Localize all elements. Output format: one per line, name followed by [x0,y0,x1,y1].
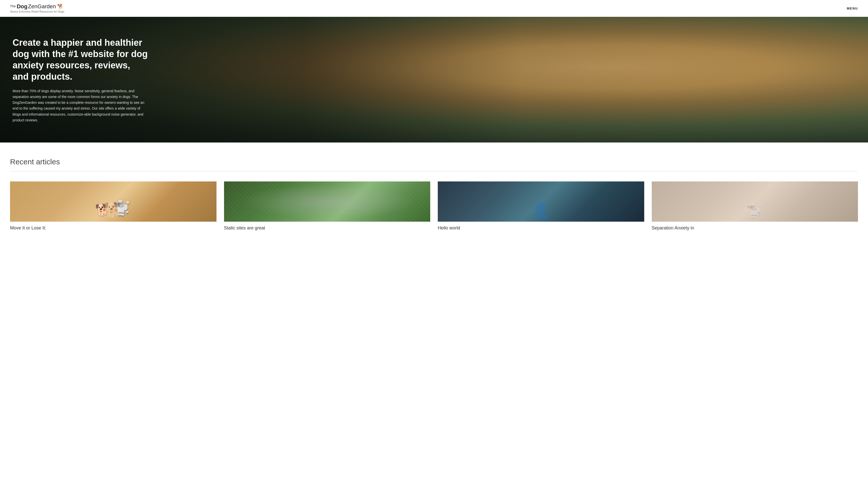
article-thumbnail-4 [652,181,858,222]
article-card-3[interactable]: Hello world [438,181,644,231]
dog-icon: 🐕 [57,4,64,9]
article-title-3: Hello world [438,225,644,231]
logo-the: The [10,4,16,8]
recent-articles-title: Recent articles [10,157,858,166]
article-title-2: Static sites are great [224,225,431,231]
hero-section: Create a happier and healthier dog with … [0,17,868,143]
recent-articles-section: Recent articles 🐕 🐩 Move It or Lose It: … [0,143,868,241]
article-card-2[interactable]: Static sites are great [224,181,431,231]
menu-button[interactable]: MENU [847,6,858,10]
hero-content: Create a happier and healthier dog with … [0,17,161,143]
site-header: The DogZenGarden 🐕 Stress & Anxiety Reli… [0,0,868,17]
logo-zen-garden: ZenGarden [28,3,56,9]
articles-grid: 🐕 🐩 Move It or Lose It: Static sites are… [10,181,858,231]
article-card-4[interactable]: Separation Anxiety in [652,181,858,231]
logo: The DogZenGarden 🐕 Stress & Anxiety Reli… [10,3,64,13]
logo-wordmark: The DogZenGarden 🐕 [10,3,64,9]
article-card-1[interactable]: 🐕 🐩 Move It or Lose It: [10,181,217,231]
logo-tagline: Stress & Anxiety Relief Resources for Do… [10,10,64,13]
article-title-1: Move It or Lose It: [10,225,217,231]
logo-dog: Dog [17,3,27,9]
dog-small-icon: 🐕 [95,203,109,217]
article-thumbnail-3 [438,181,644,222]
thumb-1-content: 🐕 🐩 [10,181,217,222]
article-title-4: Separation Anxiety in [652,225,858,231]
article-thumbnail-2 [224,181,431,222]
dog-large-icon: 🐩 [113,200,131,217]
hero-description: More than 70% of dogs display anxiety. N… [12,88,148,123]
hero-title: Create a happier and healthier dog with … [12,37,148,82]
article-thumbnail-1: 🐕 🐩 [10,181,217,222]
